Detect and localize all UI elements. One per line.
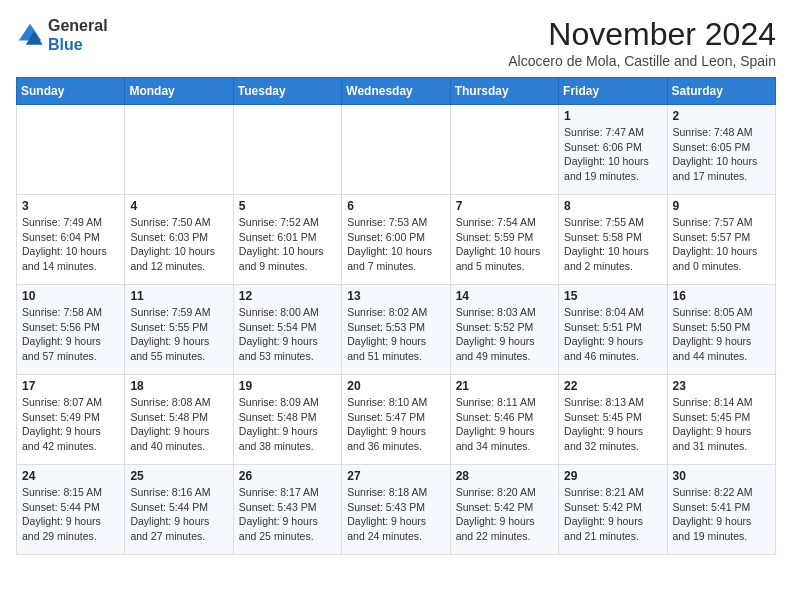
calendar-cell: 28Sunrise: 8:20 AMSunset: 5:42 PMDayligh… (450, 465, 558, 555)
day-info: Sunrise: 7:52 AMSunset: 6:01 PMDaylight:… (239, 215, 336, 274)
calendar-cell: 9Sunrise: 7:57 AMSunset: 5:57 PMDaylight… (667, 195, 775, 285)
calendar-cell: 11Sunrise: 7:59 AMSunset: 5:55 PMDayligh… (125, 285, 233, 375)
day-info: Sunrise: 8:22 AMSunset: 5:41 PMDaylight:… (673, 485, 770, 544)
calendar-cell: 4Sunrise: 7:50 AMSunset: 6:03 PMDaylight… (125, 195, 233, 285)
calendar-cell (450, 105, 558, 195)
day-info: Sunrise: 8:09 AMSunset: 5:48 PMDaylight:… (239, 395, 336, 454)
calendar-cell: 12Sunrise: 8:00 AMSunset: 5:54 PMDayligh… (233, 285, 341, 375)
day-number: 12 (239, 289, 336, 303)
day-number: 18 (130, 379, 227, 393)
calendar-week-5: 24Sunrise: 8:15 AMSunset: 5:44 PMDayligh… (17, 465, 776, 555)
calendar-cell: 27Sunrise: 8:18 AMSunset: 5:43 PMDayligh… (342, 465, 450, 555)
calendar-cell: 10Sunrise: 7:58 AMSunset: 5:56 PMDayligh… (17, 285, 125, 375)
calendar-cell: 3Sunrise: 7:49 AMSunset: 6:04 PMDaylight… (17, 195, 125, 285)
day-number: 23 (673, 379, 770, 393)
calendar-cell (233, 105, 341, 195)
day-number: 1 (564, 109, 661, 123)
day-number: 29 (564, 469, 661, 483)
calendar-cell: 30Sunrise: 8:22 AMSunset: 5:41 PMDayligh… (667, 465, 775, 555)
calendar-cell: 25Sunrise: 8:16 AMSunset: 5:44 PMDayligh… (125, 465, 233, 555)
day-info: Sunrise: 7:54 AMSunset: 5:59 PMDaylight:… (456, 215, 553, 274)
logo-icon (16, 21, 44, 49)
day-info: Sunrise: 8:07 AMSunset: 5:49 PMDaylight:… (22, 395, 119, 454)
weekday-header-monday: Monday (125, 78, 233, 105)
day-number: 5 (239, 199, 336, 213)
weekday-header-friday: Friday (559, 78, 667, 105)
day-info: Sunrise: 8:14 AMSunset: 5:45 PMDaylight:… (673, 395, 770, 454)
calendar-cell: 24Sunrise: 8:15 AMSunset: 5:44 PMDayligh… (17, 465, 125, 555)
calendar-cell: 7Sunrise: 7:54 AMSunset: 5:59 PMDaylight… (450, 195, 558, 285)
calendar-cell: 19Sunrise: 8:09 AMSunset: 5:48 PMDayligh… (233, 375, 341, 465)
day-info: Sunrise: 7:47 AMSunset: 6:06 PMDaylight:… (564, 125, 661, 184)
day-number: 21 (456, 379, 553, 393)
day-info: Sunrise: 7:53 AMSunset: 6:00 PMDaylight:… (347, 215, 444, 274)
day-number: 24 (22, 469, 119, 483)
day-number: 6 (347, 199, 444, 213)
day-info: Sunrise: 8:20 AMSunset: 5:42 PMDaylight:… (456, 485, 553, 544)
calendar-header: SundayMondayTuesdayWednesdayThursdayFrid… (17, 78, 776, 105)
day-info: Sunrise: 8:18 AMSunset: 5:43 PMDaylight:… (347, 485, 444, 544)
day-number: 20 (347, 379, 444, 393)
day-number: 10 (22, 289, 119, 303)
day-info: Sunrise: 8:10 AMSunset: 5:47 PMDaylight:… (347, 395, 444, 454)
calendar-cell: 2Sunrise: 7:48 AMSunset: 6:05 PMDaylight… (667, 105, 775, 195)
calendar-cell: 8Sunrise: 7:55 AMSunset: 5:58 PMDaylight… (559, 195, 667, 285)
day-number: 27 (347, 469, 444, 483)
calendar-cell (17, 105, 125, 195)
weekday-header-wednesday: Wednesday (342, 78, 450, 105)
day-info: Sunrise: 8:13 AMSunset: 5:45 PMDaylight:… (564, 395, 661, 454)
day-number: 19 (239, 379, 336, 393)
day-info: Sunrise: 8:21 AMSunset: 5:42 PMDaylight:… (564, 485, 661, 544)
day-info: Sunrise: 8:16 AMSunset: 5:44 PMDaylight:… (130, 485, 227, 544)
location-title: Alcocero de Mola, Castille and Leon, Spa… (508, 53, 776, 69)
day-info: Sunrise: 8:08 AMSunset: 5:48 PMDaylight:… (130, 395, 227, 454)
day-number: 25 (130, 469, 227, 483)
calendar-cell: 22Sunrise: 8:13 AMSunset: 5:45 PMDayligh… (559, 375, 667, 465)
calendar-cell (342, 105, 450, 195)
calendar-cell: 20Sunrise: 8:10 AMSunset: 5:47 PMDayligh… (342, 375, 450, 465)
day-number: 8 (564, 199, 661, 213)
calendar-week-4: 17Sunrise: 8:07 AMSunset: 5:49 PMDayligh… (17, 375, 776, 465)
day-info: Sunrise: 7:48 AMSunset: 6:05 PMDaylight:… (673, 125, 770, 184)
title-area: November 2024 Alcocero de Mola, Castille… (508, 16, 776, 69)
day-number: 15 (564, 289, 661, 303)
calendar-cell: 15Sunrise: 8:04 AMSunset: 5:51 PMDayligh… (559, 285, 667, 375)
day-number: 9 (673, 199, 770, 213)
day-number: 16 (673, 289, 770, 303)
day-info: Sunrise: 7:58 AMSunset: 5:56 PMDaylight:… (22, 305, 119, 364)
calendar-cell: 14Sunrise: 8:03 AMSunset: 5:52 PMDayligh… (450, 285, 558, 375)
weekday-header-saturday: Saturday (667, 78, 775, 105)
day-info: Sunrise: 7:57 AMSunset: 5:57 PMDaylight:… (673, 215, 770, 274)
calendar-cell (125, 105, 233, 195)
calendar-week-3: 10Sunrise: 7:58 AMSunset: 5:56 PMDayligh… (17, 285, 776, 375)
calendar-body: 1Sunrise: 7:47 AMSunset: 6:06 PMDaylight… (17, 105, 776, 555)
logo-text: General Blue (48, 16, 108, 54)
calendar-cell: 17Sunrise: 8:07 AMSunset: 5:49 PMDayligh… (17, 375, 125, 465)
day-info: Sunrise: 7:50 AMSunset: 6:03 PMDaylight:… (130, 215, 227, 274)
weekday-header-row: SundayMondayTuesdayWednesdayThursdayFrid… (17, 78, 776, 105)
day-number: 30 (673, 469, 770, 483)
calendar-table: SundayMondayTuesdayWednesdayThursdayFrid… (16, 77, 776, 555)
day-info: Sunrise: 8:03 AMSunset: 5:52 PMDaylight:… (456, 305, 553, 364)
calendar-cell: 18Sunrise: 8:08 AMSunset: 5:48 PMDayligh… (125, 375, 233, 465)
calendar-cell: 29Sunrise: 8:21 AMSunset: 5:42 PMDayligh… (559, 465, 667, 555)
calendar-week-2: 3Sunrise: 7:49 AMSunset: 6:04 PMDaylight… (17, 195, 776, 285)
calendar-cell: 6Sunrise: 7:53 AMSunset: 6:00 PMDaylight… (342, 195, 450, 285)
calendar-cell: 16Sunrise: 8:05 AMSunset: 5:50 PMDayligh… (667, 285, 775, 375)
day-number: 28 (456, 469, 553, 483)
day-info: Sunrise: 7:59 AMSunset: 5:55 PMDaylight:… (130, 305, 227, 364)
day-number: 14 (456, 289, 553, 303)
day-number: 4 (130, 199, 227, 213)
calendar-cell: 26Sunrise: 8:17 AMSunset: 5:43 PMDayligh… (233, 465, 341, 555)
calendar-cell: 13Sunrise: 8:02 AMSunset: 5:53 PMDayligh… (342, 285, 450, 375)
logo: General Blue (16, 16, 108, 54)
page-header: General Blue November 2024 Alcocero de M… (16, 16, 776, 69)
day-info: Sunrise: 8:11 AMSunset: 5:46 PMDaylight:… (456, 395, 553, 454)
day-info: Sunrise: 8:15 AMSunset: 5:44 PMDaylight:… (22, 485, 119, 544)
day-number: 13 (347, 289, 444, 303)
weekday-header-sunday: Sunday (17, 78, 125, 105)
day-number: 7 (456, 199, 553, 213)
day-number: 2 (673, 109, 770, 123)
weekday-header-thursday: Thursday (450, 78, 558, 105)
day-number: 3 (22, 199, 119, 213)
